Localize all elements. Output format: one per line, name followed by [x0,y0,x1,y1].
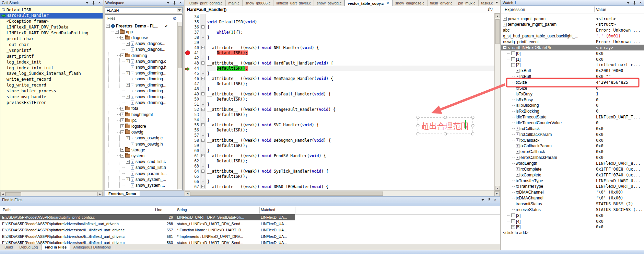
call-stack-frame[interactable]: HardFault_Handler [0,13,103,19]
collapse-icon[interactable]: − [120,154,124,158]
expand-icon[interactable]: + [503,17,507,21]
code-line-54[interactable]: 54} [185,117,495,122]
tree-item-snow-oswdg-c[interactable]: +csnow_oswdg.c [106,135,178,141]
fold-gutter[interactable] [200,81,206,86]
watch-row-oswdg-printf-event[interactable]: oswdg_printf_eventError: Unknown ... [501,39,644,45]
function-list-icon[interactable]: f() [488,7,492,12]
call-stack-frame[interactable]: _out_char [0,42,103,47]
code-line-36[interactable]: 36−{ [185,24,495,30]
code-line-64[interactable]: 64−__attribute__ ((weak)) void SysTick_H… [185,169,495,174]
scroll-right-icon[interactable]: ▶ [494,191,500,196]
column-separator[interactable] [259,207,260,213]
watch-row--3-[interactable]: +[3]0x0 [501,212,644,218]
watch-row--click-to-add-[interactable]: <click to add> [501,230,644,236]
scroll-down-icon[interactable]: ▼ [495,186,500,190]
watch-row-rxbuff[interactable]: +rxBuff0x0 "" [501,74,644,80]
expand-icon[interactable]: + [516,173,519,177]
breakpoint-icon[interactable] [185,50,190,55]
close-icon[interactable]: ✕ [639,1,643,5]
code-line-66[interactable]: 66} [185,179,495,184]
collapse-icon[interactable]: − [120,36,124,39]
tree-item-heightmgmt[interactable]: +heightmgmt [106,112,178,117]
tree-item-snow-oswdg-h[interactable]: hsnow_oswdg.h [106,141,178,147]
code-line-61[interactable]: 61−__attribute__ ((weak)) void PendSV_Ha… [185,153,495,158]
fold-collapse-icon[interactable]: − [201,92,204,95]
fold-gutter[interactable] [200,50,206,55]
call-stack-frame[interactable]: printf_char [0,36,103,42]
tree-item-diagnose[interactable]: −diagnose [106,35,178,41]
fold-gutter[interactable] [200,174,206,179]
code-line-63[interactable]: 63} [185,163,495,169]
tree-item-dimming[interactable]: −dimming [106,53,178,58]
expand-icon[interactable]: + [126,59,130,63]
watch-row--5-[interactable]: +[5]0x0 [501,224,644,230]
tree-item-oswdg[interactable]: −oswdg [106,129,178,135]
call-stack-frame[interactable]: log_write_record [0,82,103,88]
current-function-label[interactable]: HardFault_Handler() [185,7,226,12]
expand-icon[interactable]: + [120,118,124,122]
code-line-56[interactable]: 56 DefaultISR(); [185,127,495,132]
code-area[interactable]: 3435void DefaultISR(void)36−{37 while(1)… [185,13,495,191]
fold-collapse-icon[interactable]: − [201,77,204,80]
watch-row-txdmachannel[interactable]: txDMAChannel'\0' (0x00) [501,195,644,201]
code-line-58[interactable]: 58−__attribute__ ((weak)) void DebugMon_… [185,138,495,143]
call-stack-frame[interactable]: log_index_init [0,59,103,65]
fold-gutter[interactable] [200,19,206,24]
fold-collapse-icon[interactable]: − [201,25,204,28]
find-column-header-path[interactable]: Path [3,208,11,212]
watch-row-isrxblocking[interactable]: isRxBlocking0 [501,108,644,114]
fold-gutter[interactable] [200,30,206,35]
code-line-35[interactable]: 35void DefaultISR(void) [185,19,495,24]
watch-row-rxcallbackparam[interactable]: +rxCallbackParam0x0 [501,131,644,137]
call-stack-frame[interactable]: store_msg_handle [0,94,103,100]
watch-row-g-st-hud-param-table-user-backlight-[interactable]: g_st_hud_param_table_user.backlight_...'… [501,33,644,39]
watch-row-errorcallbackparam[interactable]: +errorCallbackParam0x0 [501,155,644,161]
fold-gutter[interactable] [200,148,206,153]
fold-gutter[interactable] [200,71,206,76]
tree-item-fota[interactable]: +fota [106,106,178,112]
expand-icon[interactable]: + [511,51,515,55]
find-result-row[interactable]: E:\JSD\AS5PR\code\AS5PR\board\utility_pr… [0,214,295,220]
fold-gutter[interactable] [200,163,206,169]
code-line-67[interactable]: 67−__attribute__ ((weak)) void DMA0_IRQH… [185,184,495,189]
call-stack-frame[interactable]: DefaultISR [0,7,103,13]
tree-item-snow-dimming-[interactable]: hsnow_dimming... [106,100,178,106]
expand-icon[interactable]: + [516,150,519,154]
combo-dropdown-icon[interactable] [177,8,182,12]
expand-icon[interactable]: + [126,83,130,87]
fold-gutter[interactable]: − [200,76,206,81]
fold-gutter[interactable] [200,112,206,117]
tree-item-snow-cmd-list-c[interactable]: +csnow_cmd_list.c [106,159,178,165]
code-line-55[interactable]: 55−__attribute__ ((weak)) void SVC_Handl… [185,122,495,127]
editor-tab-utility_print_config-c[interactable]: utility_print_config.c [187,0,226,6]
workspace-vscrollbar[interactable] [177,22,182,189]
fold-gutter[interactable]: − [200,138,206,143]
expand-icon[interactable]: + [503,23,507,26]
call-stack-frame[interactable]: log_index_info_init [0,65,103,71]
tree-item-snow-param-li-[interactable]: hsnow_param_li... [106,171,178,176]
code-line-47[interactable]: 47 DefaultISR(); [185,81,495,86]
code-line-40[interactable]: 40−__attribute__ ((weak)) void NMI_Handl… [185,45,495,50]
watch-row-abc[interactable]: abcError: Unknown ... [501,27,644,33]
scroll-up-icon[interactable]: ▲ [495,13,500,18]
output-tab-build[interactable]: Build [1,244,16,250]
pin-icon[interactable] [632,1,636,5]
fold-collapse-icon[interactable]: − [201,46,204,49]
expand-icon[interactable]: + [511,213,515,217]
chevron-down-icon[interactable] [481,198,485,202]
tree-item-snow-diagnos-[interactable]: +csnow_diagnos... [106,41,178,47]
fold-gutter[interactable]: − [200,184,206,189]
code-line-53[interactable]: 53 DefaultISR(); [185,112,495,117]
tree-item-snow-dimming-[interactable]: +csnow_dimming... [106,94,178,100]
expand-icon[interactable]: + [126,160,130,164]
tree-item-storage[interactable]: +storage [106,147,178,153]
watch-row-txsize[interactable]: txSize4'294'856'825 [501,79,644,85]
watch-row-rxdmachannel[interactable]: rxDMAChannel'\0' (0x00) [501,189,644,195]
chevron-down-icon[interactable] [166,1,170,5]
code-line-65[interactable]: 65 DefaultISR(); [185,174,495,179]
fold-gutter[interactable]: − [200,24,206,30]
collapse-icon[interactable]: − [511,63,515,67]
chevron-down-icon[interactable] [626,1,630,5]
watch-row-txcallback[interactable]: +txCallback0x0 [501,137,644,143]
watch-row--2-[interactable]: −[2]linflexd_uart_c... [501,62,644,68]
